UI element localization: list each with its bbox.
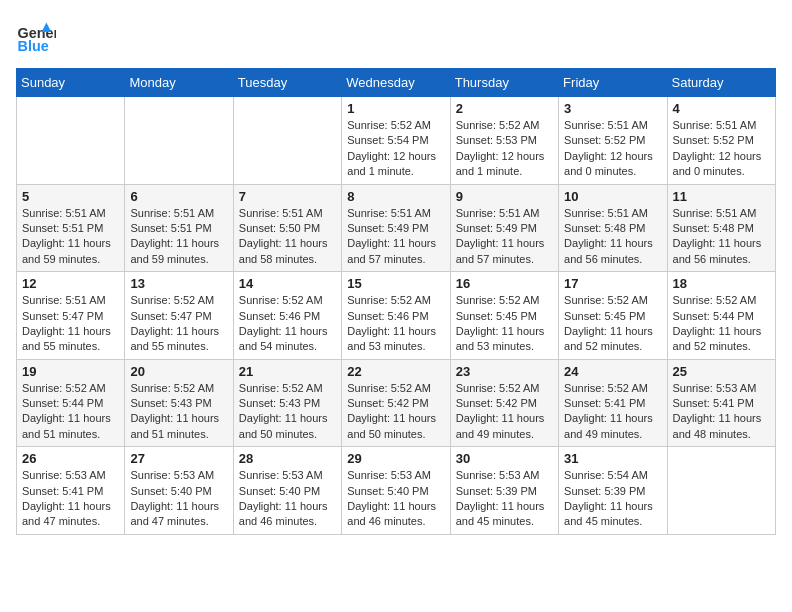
calendar-cell: 24Sunrise: 5:52 AMSunset: 5:41 PMDayligh… xyxy=(559,359,667,447)
weekday-header-sunday: Sunday xyxy=(17,69,125,97)
day-info: Sunrise: 5:51 AMSunset: 5:47 PMDaylight:… xyxy=(22,293,119,355)
day-number: 15 xyxy=(347,276,444,291)
day-number: 5 xyxy=(22,189,119,204)
logo: General Blue xyxy=(16,16,56,56)
day-info: Sunrise: 5:52 AMSunset: 5:54 PMDaylight:… xyxy=(347,118,444,180)
calendar-week-row: 26Sunrise: 5:53 AMSunset: 5:41 PMDayligh… xyxy=(17,447,776,535)
day-number: 8 xyxy=(347,189,444,204)
calendar-cell: 1Sunrise: 5:52 AMSunset: 5:54 PMDaylight… xyxy=(342,97,450,185)
day-number: 19 xyxy=(22,364,119,379)
calendar-cell: 2Sunrise: 5:52 AMSunset: 5:53 PMDaylight… xyxy=(450,97,558,185)
day-number: 14 xyxy=(239,276,336,291)
day-number: 17 xyxy=(564,276,661,291)
calendar-cell: 28Sunrise: 5:53 AMSunset: 5:40 PMDayligh… xyxy=(233,447,341,535)
weekday-header-monday: Monday xyxy=(125,69,233,97)
day-info: Sunrise: 5:51 AMSunset: 5:49 PMDaylight:… xyxy=(456,206,553,268)
calendar-week-row: 19Sunrise: 5:52 AMSunset: 5:44 PMDayligh… xyxy=(17,359,776,447)
day-number: 20 xyxy=(130,364,227,379)
calendar-cell: 10Sunrise: 5:51 AMSunset: 5:48 PMDayligh… xyxy=(559,184,667,272)
page-header: General Blue xyxy=(16,16,776,56)
calendar-cell xyxy=(233,97,341,185)
day-number: 16 xyxy=(456,276,553,291)
calendar-cell: 8Sunrise: 5:51 AMSunset: 5:49 PMDaylight… xyxy=(342,184,450,272)
day-number: 22 xyxy=(347,364,444,379)
day-number: 24 xyxy=(564,364,661,379)
day-number: 3 xyxy=(564,101,661,116)
weekday-header-thursday: Thursday xyxy=(450,69,558,97)
day-info: Sunrise: 5:51 AMSunset: 5:50 PMDaylight:… xyxy=(239,206,336,268)
calendar-cell: 3Sunrise: 5:51 AMSunset: 5:52 PMDaylight… xyxy=(559,97,667,185)
day-info: Sunrise: 5:52 AMSunset: 5:43 PMDaylight:… xyxy=(130,381,227,443)
weekday-header-saturday: Saturday xyxy=(667,69,775,97)
calendar-week-row: 5Sunrise: 5:51 AMSunset: 5:51 PMDaylight… xyxy=(17,184,776,272)
calendar-cell: 26Sunrise: 5:53 AMSunset: 5:41 PMDayligh… xyxy=(17,447,125,535)
day-info: Sunrise: 5:52 AMSunset: 5:46 PMDaylight:… xyxy=(239,293,336,355)
day-info: Sunrise: 5:52 AMSunset: 5:53 PMDaylight:… xyxy=(456,118,553,180)
day-number: 30 xyxy=(456,451,553,466)
day-info: Sunrise: 5:53 AMSunset: 5:39 PMDaylight:… xyxy=(456,468,553,530)
day-info: Sunrise: 5:52 AMSunset: 5:47 PMDaylight:… xyxy=(130,293,227,355)
day-info: Sunrise: 5:53 AMSunset: 5:40 PMDaylight:… xyxy=(130,468,227,530)
day-info: Sunrise: 5:53 AMSunset: 5:41 PMDaylight:… xyxy=(673,381,770,443)
day-info: Sunrise: 5:54 AMSunset: 5:39 PMDaylight:… xyxy=(564,468,661,530)
calendar-week-row: 12Sunrise: 5:51 AMSunset: 5:47 PMDayligh… xyxy=(17,272,776,360)
calendar-cell: 31Sunrise: 5:54 AMSunset: 5:39 PMDayligh… xyxy=(559,447,667,535)
calendar-table: SundayMondayTuesdayWednesdayThursdayFrid… xyxy=(16,68,776,535)
calendar-cell: 30Sunrise: 5:53 AMSunset: 5:39 PMDayligh… xyxy=(450,447,558,535)
day-number: 11 xyxy=(673,189,770,204)
day-info: Sunrise: 5:51 AMSunset: 5:48 PMDaylight:… xyxy=(564,206,661,268)
day-info: Sunrise: 5:52 AMSunset: 5:42 PMDaylight:… xyxy=(456,381,553,443)
day-number: 29 xyxy=(347,451,444,466)
calendar-cell: 25Sunrise: 5:53 AMSunset: 5:41 PMDayligh… xyxy=(667,359,775,447)
weekday-header-friday: Friday xyxy=(559,69,667,97)
day-number: 10 xyxy=(564,189,661,204)
calendar-cell: 23Sunrise: 5:52 AMSunset: 5:42 PMDayligh… xyxy=(450,359,558,447)
calendar-cell: 6Sunrise: 5:51 AMSunset: 5:51 PMDaylight… xyxy=(125,184,233,272)
day-number: 4 xyxy=(673,101,770,116)
day-number: 12 xyxy=(22,276,119,291)
calendar-cell: 21Sunrise: 5:52 AMSunset: 5:43 PMDayligh… xyxy=(233,359,341,447)
calendar-cell: 13Sunrise: 5:52 AMSunset: 5:47 PMDayligh… xyxy=(125,272,233,360)
day-number: 27 xyxy=(130,451,227,466)
day-info: Sunrise: 5:52 AMSunset: 5:41 PMDaylight:… xyxy=(564,381,661,443)
day-number: 31 xyxy=(564,451,661,466)
day-info: Sunrise: 5:52 AMSunset: 5:45 PMDaylight:… xyxy=(564,293,661,355)
day-number: 1 xyxy=(347,101,444,116)
calendar-cell xyxy=(125,97,233,185)
calendar-cell: 18Sunrise: 5:52 AMSunset: 5:44 PMDayligh… xyxy=(667,272,775,360)
day-number: 21 xyxy=(239,364,336,379)
calendar-cell: 7Sunrise: 5:51 AMSunset: 5:50 PMDaylight… xyxy=(233,184,341,272)
day-info: Sunrise: 5:52 AMSunset: 5:45 PMDaylight:… xyxy=(456,293,553,355)
day-number: 2 xyxy=(456,101,553,116)
day-info: Sunrise: 5:51 AMSunset: 5:51 PMDaylight:… xyxy=(130,206,227,268)
day-info: Sunrise: 5:52 AMSunset: 5:44 PMDaylight:… xyxy=(22,381,119,443)
day-number: 25 xyxy=(673,364,770,379)
calendar-cell: 9Sunrise: 5:51 AMSunset: 5:49 PMDaylight… xyxy=(450,184,558,272)
day-info: Sunrise: 5:53 AMSunset: 5:40 PMDaylight:… xyxy=(239,468,336,530)
day-number: 23 xyxy=(456,364,553,379)
calendar-cell xyxy=(17,97,125,185)
calendar-cell: 19Sunrise: 5:52 AMSunset: 5:44 PMDayligh… xyxy=(17,359,125,447)
calendar-header-row: SundayMondayTuesdayWednesdayThursdayFrid… xyxy=(17,69,776,97)
day-info: Sunrise: 5:51 AMSunset: 5:49 PMDaylight:… xyxy=(347,206,444,268)
day-info: Sunrise: 5:52 AMSunset: 5:43 PMDaylight:… xyxy=(239,381,336,443)
calendar-cell: 29Sunrise: 5:53 AMSunset: 5:40 PMDayligh… xyxy=(342,447,450,535)
calendar-cell: 4Sunrise: 5:51 AMSunset: 5:52 PMDaylight… xyxy=(667,97,775,185)
calendar-cell: 27Sunrise: 5:53 AMSunset: 5:40 PMDayligh… xyxy=(125,447,233,535)
day-info: Sunrise: 5:52 AMSunset: 5:44 PMDaylight:… xyxy=(673,293,770,355)
day-number: 26 xyxy=(22,451,119,466)
day-info: Sunrise: 5:51 AMSunset: 5:51 PMDaylight:… xyxy=(22,206,119,268)
calendar-cell: 17Sunrise: 5:52 AMSunset: 5:45 PMDayligh… xyxy=(559,272,667,360)
weekday-header-wednesday: Wednesday xyxy=(342,69,450,97)
day-info: Sunrise: 5:51 AMSunset: 5:52 PMDaylight:… xyxy=(673,118,770,180)
calendar-cell: 11Sunrise: 5:51 AMSunset: 5:48 PMDayligh… xyxy=(667,184,775,272)
calendar-week-row: 1Sunrise: 5:52 AMSunset: 5:54 PMDaylight… xyxy=(17,97,776,185)
calendar-cell: 16Sunrise: 5:52 AMSunset: 5:45 PMDayligh… xyxy=(450,272,558,360)
day-number: 13 xyxy=(130,276,227,291)
day-number: 7 xyxy=(239,189,336,204)
day-info: Sunrise: 5:52 AMSunset: 5:42 PMDaylight:… xyxy=(347,381,444,443)
calendar-cell: 20Sunrise: 5:52 AMSunset: 5:43 PMDayligh… xyxy=(125,359,233,447)
calendar-cell: 5Sunrise: 5:51 AMSunset: 5:51 PMDaylight… xyxy=(17,184,125,272)
calendar-cell: 15Sunrise: 5:52 AMSunset: 5:46 PMDayligh… xyxy=(342,272,450,360)
logo-icon: General Blue xyxy=(16,16,56,56)
